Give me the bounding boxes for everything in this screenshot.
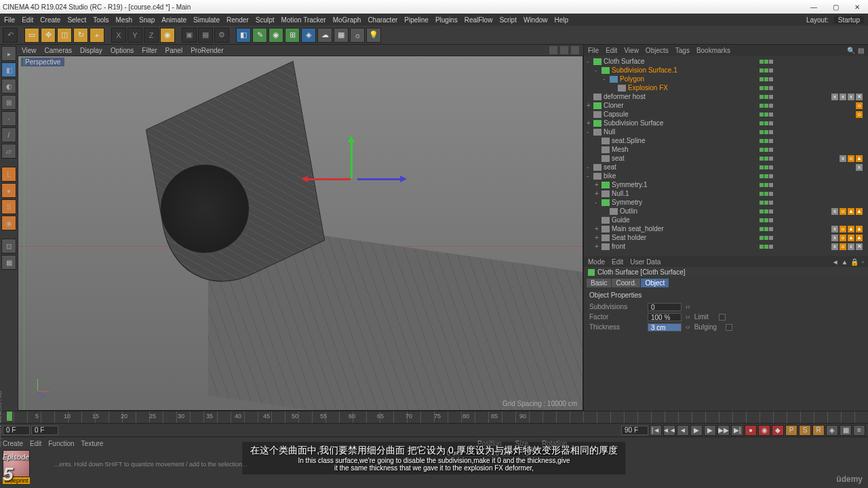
- viewport-toggle-icon[interactable]: [571, 46, 579, 54]
- tree-item-bike[interactable]: -bike: [584, 171, 868, 180]
- environment-button[interactable]: ☁: [317, 28, 332, 43]
- autokey-button[interactable]: ◉: [758, 425, 770, 436]
- attr-menu-edit[interactable]: Edit: [612, 258, 623, 266]
- om-menu-objects[interactable]: Objects: [646, 47, 669, 54]
- bulging-checkbox[interactable]: [726, 324, 732, 331]
- viewport-nav-icon[interactable]: [560, 46, 568, 54]
- tree-item-explosion-fx[interactable]: Explosion FX: [584, 83, 868, 92]
- tab-basic[interactable]: Basic: [587, 279, 611, 287]
- coord-system-button[interactable]: ◉: [160, 28, 175, 43]
- prev-key-button[interactable]: ◄◄: [663, 425, 675, 436]
- frame-end-input[interactable]: 90 F: [621, 426, 648, 435]
- gizmo-z-axis[interactable]: [357, 178, 405, 180]
- menu-motion-tracker[interactable]: Motion Tracker: [281, 16, 326, 24]
- select-tool[interactable]: ▭: [24, 28, 39, 43]
- tree-item-symmetry-1[interactable]: +Symmetry.1: [584, 180, 868, 189]
- goto-end-button[interactable]: ▶|: [731, 425, 743, 436]
- light-button[interactable]: ☼: [350, 28, 365, 43]
- gizmo-x-axis[interactable]: [303, 178, 351, 180]
- edge-mode-button[interactable]: /: [1, 127, 16, 142]
- tree-item-cloner[interactable]: +Clonero: [584, 101, 868, 110]
- factor-input[interactable]: 100 %: [648, 313, 682, 321]
- om-view-icon[interactable]: ▤: [858, 47, 864, 54]
- misc-button[interactable]: 💡: [366, 28, 381, 43]
- tab-coord[interactable]: Coord.: [612, 279, 640, 287]
- vmenu-filter[interactable]: Filter: [142, 47, 157, 54]
- timeline-ruler[interactable]: 051015202530354045505560657075808590: [0, 411, 868, 423]
- tree-item-mesh[interactable]: Mesh: [584, 145, 868, 154]
- vmenu-view[interactable]: View: [22, 47, 37, 54]
- undo-button[interactable]: ↶: [3, 28, 18, 43]
- menu-mograph[interactable]: MoGraph: [333, 16, 361, 24]
- menu-window[interactable]: Window: [524, 16, 548, 24]
- om-menu-tags[interactable]: Tags: [675, 47, 690, 54]
- menu-tools[interactable]: Tools: [93, 16, 108, 24]
- axis-x-button[interactable]: X: [111, 28, 126, 43]
- model-mode-button[interactable]: ◧: [1, 62, 16, 77]
- om-menu-view[interactable]: View: [624, 47, 639, 54]
- tree-item-front[interactable]: +frontxox✕: [584, 242, 868, 251]
- object-manager-tree[interactable]: -Cloth Surface-Subdivision Surface.1-Pol…: [584, 56, 868, 256]
- spline-button[interactable]: ✎: [252, 28, 267, 43]
- render-view-button[interactable]: ▣: [182, 28, 197, 43]
- next-key-button[interactable]: ▶▶: [717, 425, 730, 436]
- limit-checkbox[interactable]: [719, 314, 726, 321]
- subdiv-button[interactable]: ⊞: [285, 28, 300, 43]
- menu-simulate[interactable]: Simulate: [193, 16, 220, 24]
- cube-primitive-button[interactable]: ◧: [236, 28, 251, 43]
- subdivisions-spinner[interactable]: ‹›: [686, 303, 690, 310]
- tree-item-deformer-host[interactable]: deformer hostxxx✕: [584, 92, 868, 101]
- keyframe-sel-button[interactable]: ◆: [772, 425, 784, 436]
- thickness-spinner[interactable]: ‹›: [686, 323, 690, 331]
- mat-menu-function[interactable]: Function: [48, 440, 74, 447]
- close-button[interactable]: ✕: [849, 3, 865, 11]
- snap-button[interactable]: S: [1, 199, 16, 214]
- menu-script[interactable]: Script: [499, 16, 517, 24]
- rotate-tool[interactable]: ↻: [73, 28, 88, 43]
- axis-z-button[interactable]: Z: [144, 28, 159, 43]
- polygon-mode-button[interactable]: ▱: [1, 144, 16, 159]
- menu-plugins[interactable]: Plugins: [435, 16, 458, 24]
- camera-button[interactable]: ▦: [334, 28, 349, 43]
- tree-item-subdivision-surface[interactable]: +Subdivision Surface: [584, 119, 868, 127]
- attr-menu-user-data[interactable]: User Data: [630, 258, 660, 266]
- menu-render[interactable]: Render: [226, 16, 249, 24]
- tree-item-capsule[interactable]: Capsuleo: [584, 110, 868, 119]
- render-region-button[interactable]: ▦: [198, 28, 213, 43]
- attr-new-icon[interactable]: ▫: [861, 258, 864, 266]
- tree-item-polygon[interactable]: -Polygon: [584, 75, 868, 83]
- attr-lock-icon[interactable]: 🔒: [850, 258, 859, 266]
- menu-mesh[interactable]: Mesh: [116, 16, 132, 24]
- vmenu-prorender[interactable]: ProRender: [191, 47, 223, 54]
- tree-item-guide[interactable]: Guide: [584, 216, 868, 224]
- record-button[interactable]: ●: [745, 425, 757, 436]
- generator-button[interactable]: ◉: [269, 28, 283, 43]
- menu-pipeline[interactable]: Pipeline: [404, 16, 429, 24]
- make-editable-button[interactable]: ▸: [1, 46, 16, 61]
- key-pos-button[interactable]: P: [785, 425, 797, 436]
- scale-tool[interactable]: ◫: [57, 28, 72, 43]
- tree-item-null[interactable]: -Null: [584, 127, 868, 136]
- deformer-button[interactable]: ◈: [301, 28, 316, 43]
- point-mode-button[interactable]: ·: [1, 111, 16, 126]
- axis-y-button[interactable]: Y: [127, 28, 142, 43]
- viewport-config-icon[interactable]: [549, 46, 557, 54]
- key-param-button[interactable]: ◈: [826, 425, 838, 436]
- workplane-snap-button[interactable]: ◉: [1, 216, 16, 230]
- vmenu-cameras[interactable]: Cameras: [45, 47, 73, 54]
- om-menu-edit[interactable]: Edit: [606, 47, 617, 54]
- minimize-button[interactable]: —: [806, 3, 822, 11]
- menu-edit[interactable]: Edit: [22, 16, 33, 24]
- viewport-solo-button[interactable]: ●: [1, 183, 16, 198]
- tree-item-seat-holder[interactable]: +Seat holderxo▲▲: [584, 233, 868, 242]
- maximize-button[interactable]: ▢: [827, 3, 844, 11]
- key-rot-button[interactable]: R: [812, 425, 825, 436]
- menu-snap[interactable]: Snap: [139, 16, 155, 24]
- render-settings-button[interactable]: ⚙: [214, 28, 229, 43]
- move-tool[interactable]: ✥: [41, 28, 56, 43]
- menu-file[interactable]: File: [4, 16, 15, 24]
- thickness-input[interactable]: 3 cm: [648, 323, 682, 331]
- attr-back-icon[interactable]: ◄: [832, 258, 839, 266]
- menu-help[interactable]: Help: [555, 16, 569, 24]
- tree-item-seat[interactable]: seatxo▲: [584, 154, 868, 163]
